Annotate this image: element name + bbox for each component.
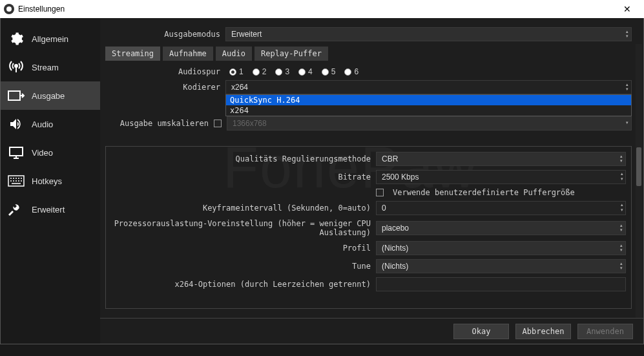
- audiotrack-5[interactable]: 5: [322, 67, 336, 76]
- svg-point-0: [15, 65, 17, 67]
- keyframe-value: 0: [382, 204, 386, 213]
- preset-label: Prozessorauslastung-Voreinstellung (höhe…: [111, 219, 371, 237]
- sidebar-item-label: Ausgabe: [32, 91, 65, 101]
- sidebar-item-label: Erweitert: [32, 205, 65, 215]
- close-button[interactable]: ✕: [614, 0, 640, 18]
- tune-select[interactable]: (Nichts) ▴▾: [376, 259, 626, 273]
- encoder-settings-panel: Qualitäts Regulierungsmethode CBR ▴▾ Bit…: [105, 146, 632, 309]
- profile-label: Profil: [111, 244, 371, 253]
- output-icon: [7, 88, 25, 103]
- audiotrack-label: Audiospur: [105, 67, 220, 76]
- sidebar-item-label: Hotkeys: [32, 176, 62, 186]
- output-tabs: Streaming Aufnahme Audio Replay-Puffer: [105, 47, 632, 61]
- profile-select[interactable]: (Nichts) ▴▾: [376, 241, 626, 255]
- radio-icon: [229, 68, 236, 76]
- x264opts-label: x264-Optionen (durch Leerzeichen getrenn…: [111, 280, 371, 289]
- rescale-select[interactable]: 1366x768 ▾: [227, 116, 632, 131]
- chevron-updown-icon: ▴▾: [626, 29, 628, 38]
- radio-icon: [298, 68, 306, 76]
- x264opts-input[interactable]: [376, 277, 626, 291]
- quality-label: Qualitäts Regulierungsmethode: [111, 154, 371, 163]
- custom-buffer-checkbox[interactable]: [376, 189, 384, 196]
- scrollbar-thumb[interactable]: [636, 147, 641, 186]
- output-mode-select[interactable]: Erweitert ▴▾: [225, 27, 632, 41]
- ok-button[interactable]: Okay: [453, 324, 509, 339]
- cancel-button[interactable]: Abbrechen: [515, 324, 571, 339]
- chevron-updown-icon: ▴▾: [620, 223, 623, 232]
- antenna-icon: [7, 59, 25, 75]
- sidebar-item-allgemein[interactable]: Allgemein: [1, 25, 100, 53]
- encoder-option-quicksync[interactable]: QuickSync H.264: [226, 95, 631, 105]
- chevron-down-icon: ▾: [626, 120, 628, 125]
- dialog-footer: Okay Abbrechen Anwenden: [100, 318, 643, 344]
- audiotrack-6[interactable]: 6: [344, 67, 358, 76]
- svg-rect-2: [10, 147, 23, 156]
- audiotrack-3[interactable]: 3: [275, 67, 289, 76]
- preset-value: placebo: [382, 224, 409, 233]
- sidebar-item-hotkeys[interactable]: Hotkeys: [1, 167, 100, 195]
- sidebar-item-label: Audio: [32, 120, 53, 129]
- monitor-icon: [7, 145, 25, 160]
- bitrate-value: 2500 Kbps: [382, 173, 419, 182]
- chevron-updown-icon: ▴▾: [620, 154, 623, 163]
- titlebar: Einstellungen ✕: [0, 0, 644, 18]
- keyboard-icon: [7, 173, 25, 189]
- rescale-checkbox[interactable]: [214, 120, 222, 127]
- rescale-value: 1366x768: [233, 119, 267, 128]
- radio-icon: [322, 68, 329, 76]
- tune-value: (Nichts): [382, 262, 408, 271]
- radio-icon: [344, 68, 351, 76]
- encoder-label: Kodierer: [105, 83, 220, 92]
- keyframe-label: Keyframeintervall (Sekunden, 0=auto): [111, 204, 371, 213]
- sidebar-item-stream[interactable]: Stream: [1, 53, 100, 81]
- chevron-updown-icon: ▴▾: [620, 261, 623, 270]
- output-mode-label: Ausgabemodus: [105, 30, 220, 39]
- encoder-select[interactable]: x264 ▴▾: [225, 80, 632, 94]
- app-icon: [4, 4, 14, 14]
- tab-replay-puffer[interactable]: Replay-Puffer: [254, 47, 328, 61]
- apply-button[interactable]: Anwenden: [577, 324, 633, 339]
- preset-select[interactable]: placebo ▴▾: [376, 221, 626, 235]
- audiotrack-2[interactable]: 2: [253, 67, 267, 76]
- profile-value: (Nichts): [382, 244, 408, 253]
- bitrate-input[interactable]: 2500 Kbps ▴▾: [376, 170, 626, 184]
- spinner-icon[interactable]: ▴▾: [621, 202, 623, 213]
- sidebar-item-audio[interactable]: Audio: [1, 110, 100, 138]
- content-area: FonePaw Ausgabemodus Erweitert ▴▾ Stream…: [100, 18, 643, 344]
- sidebar-item-label: Video: [32, 148, 53, 158]
- sidebar: Allgemein Stream Ausgabe Audio Video Hot…: [1, 18, 100, 344]
- sidebar-item-ausgabe[interactable]: Ausgabe: [1, 81, 100, 110]
- audiotrack-row: Audiospur 1 2 3 4 5 6: [105, 67, 632, 76]
- radio-icon: [253, 68, 260, 76]
- bitrate-label: Bitrate: [111, 173, 371, 182]
- chevron-updown-icon: ▴▾: [620, 243, 623, 252]
- audiotrack-4[interactable]: 4: [298, 67, 313, 76]
- sidebar-item-video[interactable]: Video: [1, 138, 100, 167]
- sidebar-item-label: Stream: [32, 63, 59, 72]
- sidebar-item-label: Allgemein: [32, 34, 68, 44]
- chevron-updown-icon: ▴▾: [626, 82, 628, 91]
- encoder-dropdown: QuickSync H.264 x264: [225, 94, 632, 116]
- tab-aufnahme[interactable]: Aufnahme: [163, 47, 213, 61]
- tools-icon: [7, 202, 25, 217]
- rescale-label: Ausgabe umskalieren: [105, 119, 209, 128]
- quality-value: CBR: [382, 154, 398, 163]
- tab-audio[interactable]: Audio: [216, 47, 252, 61]
- gear-icon: [7, 31, 25, 47]
- quality-select[interactable]: CBR ▴▾: [376, 152, 626, 166]
- scrollbar[interactable]: [636, 44, 642, 335]
- keyframe-input[interactable]: 0 ▴▾: [376, 201, 626, 215]
- speaker-icon: [7, 116, 25, 132]
- radio-icon: [275, 68, 282, 76]
- sidebar-item-erweitert[interactable]: Erweitert: [1, 195, 100, 224]
- encoder-option-x264[interactable]: x264: [226, 105, 631, 116]
- encoder-value: x264: [231, 83, 248, 92]
- tune-label: Tune: [111, 262, 371, 271]
- output-mode-value: Erweitert: [231, 30, 262, 39]
- spinner-icon[interactable]: ▴▾: [621, 171, 623, 182]
- audiotrack-1[interactable]: 1: [229, 67, 244, 76]
- window-title: Einstellungen: [18, 5, 614, 14]
- tab-streaming[interactable]: Streaming: [105, 47, 160, 61]
- custom-buffer-label: Verwende benutzerdefinierte Puffergröße: [393, 188, 575, 197]
- window-body: Allgemein Stream Ausgabe Audio Video Hot…: [0, 18, 644, 344]
